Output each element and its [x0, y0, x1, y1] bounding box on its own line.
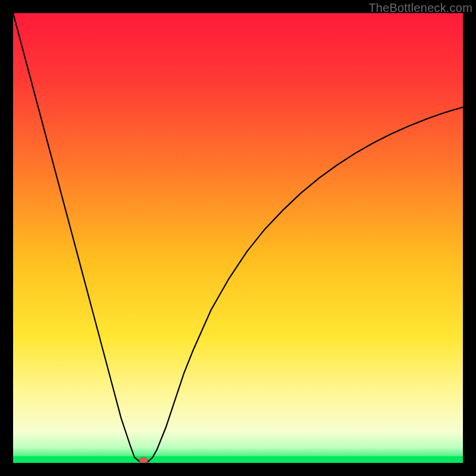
- bottom-green-band: [13, 456, 463, 463]
- optimum-marker: [139, 458, 148, 464]
- bottleneck-chart: [13, 13, 463, 463]
- plot-area: [13, 13, 463, 463]
- watermark-label: TheBottleneck.com: [368, 1, 472, 15]
- gradient-background: [13, 13, 463, 463]
- chart-frame: TheBottleneck.com: [0, 0, 476, 476]
